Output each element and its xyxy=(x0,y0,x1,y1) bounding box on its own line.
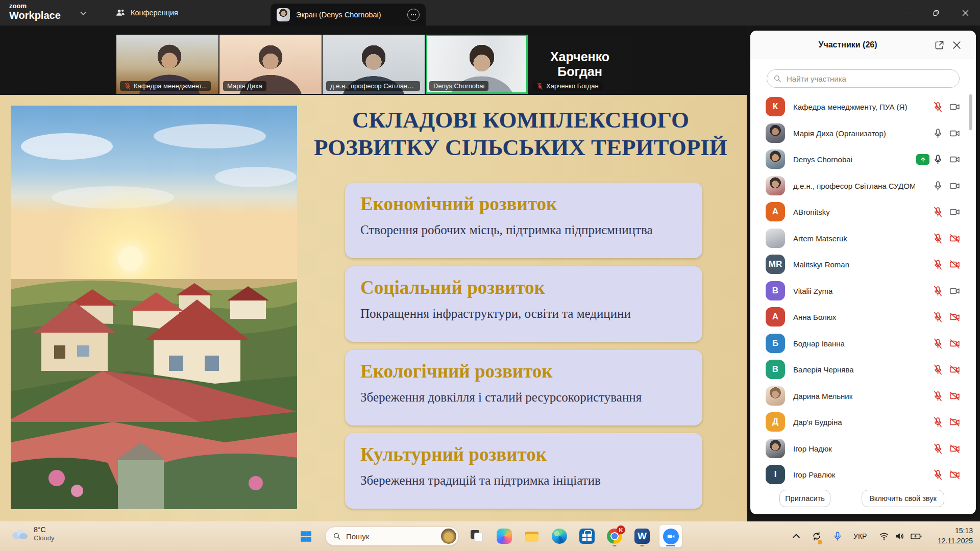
camera-icon xyxy=(949,102,960,112)
participant-name: Анна Болюх xyxy=(793,304,836,330)
camera-icon xyxy=(949,443,960,454)
participant-row[interactable]: В Валерія Чернява xyxy=(750,357,976,383)
participant-row[interactable]: Artem Matseruk xyxy=(750,226,976,252)
invite-button[interactable]: Пригласить xyxy=(779,490,830,507)
mic-icon xyxy=(933,364,943,375)
tray-microphone[interactable] xyxy=(832,521,843,551)
search-icon xyxy=(773,74,781,83)
tray-chevron[interactable] xyxy=(791,521,801,551)
task-view-button[interactable] xyxy=(465,525,488,547)
clock[interactable]: 15:13 12.11.2025 xyxy=(938,525,973,546)
tab-conference[interactable]: Конференция xyxy=(108,0,185,26)
chrome-button[interactable]: K xyxy=(603,525,626,547)
participant-row[interactable]: MR Malitskyi Roman xyxy=(750,252,976,278)
tray-battery[interactable] xyxy=(910,521,923,551)
speaker-icon xyxy=(894,531,904,541)
tile-name-text: Марія Диха xyxy=(227,82,262,90)
restore-button[interactable] xyxy=(921,0,950,26)
mic-icon xyxy=(933,128,943,139)
video-tile[interactable]: Марія Диха xyxy=(219,35,322,94)
participant-name: д.е.н., професор Світлана СУДОМИР xyxy=(793,173,915,199)
mic-icon xyxy=(933,286,943,296)
participants-title: Участники (26) xyxy=(771,31,925,59)
tab-screen-share[interactable]: Экран (Denys Chornobai) xyxy=(271,4,426,26)
camera-icon xyxy=(949,128,960,139)
participant-row[interactable]: A Анна Болюх xyxy=(750,304,976,330)
close-button[interactable] xyxy=(950,0,980,26)
start-button[interactable] xyxy=(295,525,317,547)
participant-row[interactable]: Denys Chornobai xyxy=(750,146,976,172)
participant-row[interactable]: д.е.н., професор Світлана СУДОМИР xyxy=(750,173,976,199)
card-body: Покращення інфраструктури, освіти та мед… xyxy=(360,307,687,321)
video-tile[interactable]: д.е.н., професор Світлана... xyxy=(323,35,425,94)
camera-icon xyxy=(949,469,960,480)
word-button[interactable]: W xyxy=(631,525,653,547)
edge-button[interactable] xyxy=(548,525,571,547)
tile-display-name: Харченко Богдан xyxy=(529,49,631,79)
language-indicator[interactable]: УКР xyxy=(853,521,867,551)
tab-more-icon[interactable] xyxy=(407,9,420,21)
zoom-workplace-window: zoom Workplace Конференция Экран (Denys … xyxy=(0,0,980,551)
participant-row[interactable]: Б Боднар Іванна xyxy=(750,331,976,357)
mic-icon xyxy=(933,391,943,402)
video-tile-active-speaker[interactable]: Denys Chornobai xyxy=(426,35,528,94)
copilot-icon xyxy=(497,529,512,544)
avatar xyxy=(766,229,785,248)
chrome-profile-badge: K xyxy=(617,525,625,534)
camera-icon xyxy=(949,391,960,402)
avatar xyxy=(766,149,785,169)
date-label: 12.11.2025 xyxy=(938,536,973,546)
card-heading: Економічний розвиток xyxy=(360,193,687,215)
participant-row[interactable]: Д Дар'я Будріна xyxy=(750,409,976,435)
mic-off-icon xyxy=(124,83,131,90)
close-panel-icon[interactable] xyxy=(952,40,962,50)
mic-icon xyxy=(933,469,943,480)
participant-name: Боднар Іванна xyxy=(793,331,845,357)
participant-row[interactable]: Дарина Мельник xyxy=(750,383,976,409)
taskbar-search[interactable]: Пошук xyxy=(325,527,459,546)
logo-zoom-text: zoom xyxy=(9,3,61,9)
bing-daily-image[interactable] xyxy=(441,529,456,544)
copilot-button[interactable] xyxy=(493,525,516,547)
weather-widget[interactable]: 8°C Cloudy xyxy=(10,525,54,542)
participant-row[interactable]: B Vitalii Zyma xyxy=(750,278,976,304)
tray-sync[interactable] xyxy=(812,521,822,551)
screen-share-badge xyxy=(916,154,929,165)
participant-row[interactable]: A ABronitsky xyxy=(750,199,976,225)
participants-panel: Участники (26) К Кафедра менеджменту, ПУ… xyxy=(750,31,976,514)
minimize-button[interactable] xyxy=(891,0,921,26)
zoom-app-button[interactable] xyxy=(659,525,682,547)
participant-name: Malitskyi Roman xyxy=(793,252,849,278)
logo-workplace-text: Workplace xyxy=(9,10,61,20)
participant-row[interactable]: Марія Диха (Организатор) xyxy=(750,120,976,146)
chevron-down-icon[interactable] xyxy=(79,9,87,17)
tray-wifi[interactable] xyxy=(879,521,889,551)
participant-row[interactable]: I Ігор Равлюк xyxy=(750,462,976,488)
video-tile[interactable]: Харченко Богдан Харченко Богдан xyxy=(529,35,631,94)
slide-card-ecological: Екологічний розвиток Збереження довкілля… xyxy=(345,350,702,425)
avatar: MR xyxy=(766,255,785,274)
mic-off-icon xyxy=(536,83,544,90)
camera-icon xyxy=(949,154,960,165)
file-explorer-button[interactable] xyxy=(521,525,543,547)
avatar xyxy=(766,123,785,143)
tile-name-label: Харченко Богдан xyxy=(532,81,603,91)
camera-icon xyxy=(949,338,960,349)
card-heading: Культурний розвиток xyxy=(360,443,687,465)
popout-icon[interactable] xyxy=(935,40,944,50)
camera-icon xyxy=(949,286,960,296)
unmute-button[interactable]: Включить свой звук xyxy=(862,490,944,507)
tray-volume[interactable] xyxy=(894,521,904,551)
microsoft-store-button[interactable] xyxy=(576,525,598,547)
camera-icon xyxy=(949,181,960,191)
mic-in-use-icon xyxy=(832,531,843,541)
store-icon xyxy=(579,529,595,544)
cloud-icon xyxy=(10,527,29,540)
search-input[interactable] xyxy=(767,69,960,88)
participant-row[interactable]: К Кафедра менеджменту, ПУА (Я) xyxy=(750,94,976,120)
participant-row[interactable]: Ігор Надюк xyxy=(750,436,976,462)
wifi-icon xyxy=(879,531,889,541)
video-tile[interactable]: Кафедра менеджмент... xyxy=(116,35,218,94)
avatar xyxy=(766,439,785,458)
mic-icon xyxy=(933,207,943,217)
